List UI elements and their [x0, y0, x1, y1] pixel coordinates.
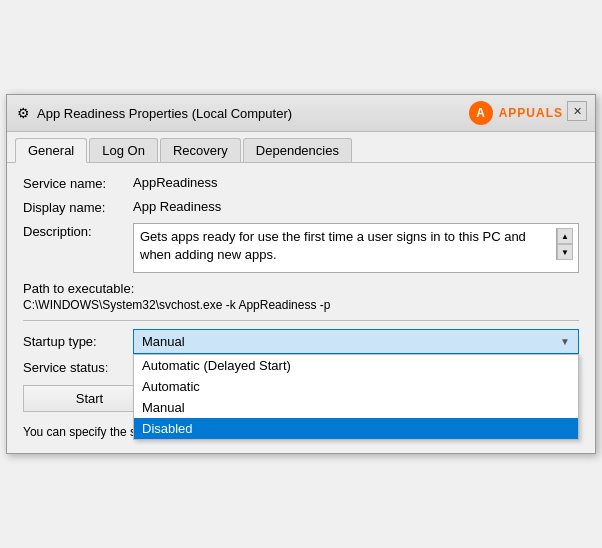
startup-type-dropdown-container: Manual ▼ Automatic (Delayed Start) Autom… — [133, 329, 579, 354]
appuals-logo-icon: A — [469, 101, 493, 125]
display-name-row: Display name: App Readiness — [23, 199, 579, 215]
service-status-label: Service status: — [23, 360, 133, 375]
tab-logon[interactable]: Log On — [89, 138, 158, 162]
tab-general[interactable]: General — [15, 138, 87, 163]
startup-type-selected-value: Manual — [142, 334, 185, 349]
description-label: Description: — [23, 223, 133, 239]
appuals-logo-text: APPUALS — [499, 106, 563, 120]
startup-type-row: Startup type: Manual ▼ Automatic (Delaye… — [23, 329, 579, 354]
service-name-value: AppReadiness — [133, 175, 218, 190]
window-icon: ⚙ — [15, 105, 31, 121]
close-button[interactable]: ✕ — [567, 101, 587, 121]
dropdown-arrow-icon: ▼ — [560, 336, 570, 347]
option-automatic[interactable]: Automatic — [134, 376, 578, 397]
option-disabled[interactable]: Disabled — [134, 418, 578, 439]
path-section: Path to executable: C:\WINDOWS\System32\… — [23, 281, 579, 312]
scroll-down-arrow[interactable]: ▼ — [557, 244, 573, 260]
tabs-bar: General Log On Recovery Dependencies — [7, 132, 595, 163]
window-title: App Readiness Properties (Local Computer… — [37, 106, 292, 121]
main-window: ⚙ App Readiness Properties (Local Comput… — [6, 94, 596, 454]
option-automatic-delayed[interactable]: Automatic (Delayed Start) — [134, 355, 578, 376]
option-manual[interactable]: Manual — [134, 397, 578, 418]
description-scrollbar[interactable]: ▲ ▼ — [556, 228, 572, 260]
service-name-label: Service name: — [23, 175, 133, 191]
display-name-value: App Readiness — [133, 199, 221, 214]
description-row: Description: Gets apps ready for use the… — [23, 223, 579, 273]
description-text: Gets apps ready for use the first time a… — [140, 228, 556, 264]
tab-recovery[interactable]: Recovery — [160, 138, 241, 162]
display-name-label: Display name: — [23, 199, 133, 215]
scroll-up-arrow[interactable]: ▲ — [557, 228, 573, 244]
title-bar-controls: A APPUALS ✕ — [469, 101, 587, 125]
path-value: C:\WINDOWS\System32\svchost.exe -k AppRe… — [23, 298, 579, 312]
divider — [23, 320, 579, 321]
content-area: Service name: AppReadiness Display name:… — [7, 163, 595, 453]
startup-type-select[interactable]: Manual ▼ — [133, 329, 579, 354]
description-box: Gets apps ready for use the first time a… — [133, 223, 579, 273]
path-label: Path to executable: — [23, 281, 579, 296]
tab-dependencies[interactable]: Dependencies — [243, 138, 352, 162]
title-bar-left: ⚙ App Readiness Properties (Local Comput… — [15, 105, 292, 121]
startup-type-label: Startup type: — [23, 334, 133, 349]
title-bar: ⚙ App Readiness Properties (Local Comput… — [7, 95, 595, 132]
startup-type-options: Automatic (Delayed Start) Automatic Manu… — [133, 354, 579, 440]
service-name-row: Service name: AppReadiness — [23, 175, 579, 191]
